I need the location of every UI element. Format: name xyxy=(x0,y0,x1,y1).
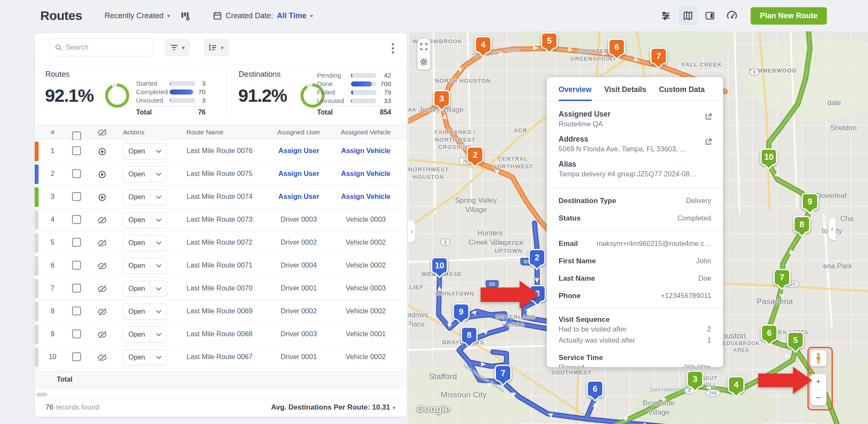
open-dropdown-toggle[interactable] xyxy=(150,218,167,222)
section-title: Service Time xyxy=(559,352,711,363)
plan-new-route-button[interactable]: Plan New Route xyxy=(751,7,827,25)
tune-view-button[interactable] xyxy=(657,6,675,25)
side-panel-button[interactable] xyxy=(701,6,719,25)
column-number[interactable]: # xyxy=(47,128,58,136)
more-options-button[interactable] xyxy=(387,42,399,56)
open-route-button[interactable]: Open xyxy=(123,235,167,251)
open-dropdown-toggle[interactable] xyxy=(150,150,167,153)
row-checkbox[interactable] xyxy=(72,146,81,155)
row-visibility-toggle[interactable] xyxy=(97,170,107,180)
open-route-button[interactable]: Open xyxy=(123,143,167,159)
open-dropdown-toggle[interactable] xyxy=(150,310,167,314)
route-stop-marker-green-8[interactable]: 8 xyxy=(793,216,810,233)
route-stop-marker-orange-4[interactable]: 4 xyxy=(475,36,492,53)
open-dropdown-toggle[interactable] xyxy=(150,333,167,337)
sort-order-button[interactable]: ▾ xyxy=(204,39,229,56)
row-checkbox[interactable] xyxy=(72,169,81,178)
route-stop-marker-green-6[interactable]: 6 xyxy=(761,324,778,341)
route-stop-marker-blue-7[interactable]: 7 xyxy=(495,365,512,382)
row-visibility-toggle[interactable] xyxy=(97,331,107,340)
row-checkbox[interactable] xyxy=(72,352,81,361)
open-dropdown-toggle[interactable] xyxy=(150,287,167,291)
route-stop-marker-green-4[interactable]: 4 xyxy=(728,376,745,393)
route-stop-marker-blue-2[interactable]: 2 xyxy=(529,249,545,266)
records-found: 76 records found xyxy=(45,403,100,412)
select-all-checkbox[interactable] xyxy=(72,131,81,140)
zoom-out-button[interactable]: − xyxy=(810,390,826,406)
route-stop-marker-orange-3[interactable]: 3 xyxy=(433,90,450,107)
hide-all-eye-icon[interactable] xyxy=(97,128,107,138)
route-stop-marker-orange-5[interactable]: 5 xyxy=(541,32,558,49)
row-visibility-toggle[interactable] xyxy=(97,193,107,203)
tab-visit-details[interactable]: Visit Details xyxy=(604,85,646,101)
open-dropdown-toggle[interactable] xyxy=(150,356,167,360)
map-place-label: EDGEBROOKAREA xyxy=(723,340,760,354)
open-dropdown-toggle[interactable] xyxy=(150,195,167,199)
zoom-in-button[interactable]: + xyxy=(810,374,826,390)
route-stop-marker-green-7[interactable]: 7 xyxy=(773,269,790,286)
route-stop-marker-green-10[interactable]: 10 xyxy=(760,148,777,165)
horizontal-scrollbar[interactable] xyxy=(36,393,47,396)
open-route-button[interactable]: Open xyxy=(123,281,167,297)
row-visibility-toggle[interactable] xyxy=(97,216,107,226)
filter-button[interactable]: ▾ xyxy=(165,39,190,56)
assign-vehicle-link[interactable]: Assign Vehicle xyxy=(326,147,405,155)
route-stop-marker-orange-6[interactable]: 6 xyxy=(608,39,625,56)
row-visibility-toggle[interactable] xyxy=(97,148,107,157)
columns-settings-button[interactable] xyxy=(180,11,191,21)
assign-vehicle-link[interactable]: Assign Vehicle xyxy=(326,192,405,201)
row-visibility-toggle[interactable] xyxy=(97,354,107,363)
column-actions[interactable]: Actions xyxy=(123,128,167,136)
row-checkbox[interactable] xyxy=(72,329,81,338)
route-stop-marker-orange-2[interactable]: 2 xyxy=(467,146,484,163)
search-input[interactable] xyxy=(66,43,148,52)
open-route-button[interactable]: Open xyxy=(123,258,167,274)
row-checkbox[interactable] xyxy=(72,192,81,201)
map-canvas[interactable]: WILLOWBROOKGREATERGREENSPOINTFALL CREEKS… xyxy=(408,31,868,424)
column-assigned-vehicle[interactable]: Assigned Vehicle xyxy=(326,128,405,136)
fullscreen-button[interactable] xyxy=(420,43,428,50)
avg-destinations-dropdown[interactable]: Avg. Destinations Per Route: 10.31▾ xyxy=(271,403,395,412)
route-stop-marker-green-5[interactable]: 5 xyxy=(787,332,804,349)
row-visibility-toggle[interactable] xyxy=(97,239,107,249)
dashboard-speed-button[interactable] xyxy=(723,6,741,25)
route-stop-marker-green-9[interactable]: 9 xyxy=(801,193,818,210)
collapse-panel-handle-right[interactable]: ‹ xyxy=(829,218,836,240)
route-stop-marker-blue-8[interactable]: 8 xyxy=(461,326,478,343)
stat-row: Unrouted3 xyxy=(136,96,206,105)
tab-overview[interactable]: Overview xyxy=(559,85,592,101)
stat-row-label: Started xyxy=(136,80,170,87)
open-route-button[interactable]: Open xyxy=(123,349,167,365)
row-checkbox[interactable] xyxy=(72,307,81,315)
route-stop-marker-blue-10[interactable]: 10 xyxy=(431,257,448,274)
collapse-panel-handle-left[interactable]: ‹ xyxy=(408,220,415,243)
external-link-icon[interactable] xyxy=(705,113,712,122)
map-settings-button[interactable] xyxy=(420,58,428,66)
row-checkbox[interactable] xyxy=(72,261,81,270)
row-checkbox[interactable] xyxy=(72,215,81,224)
sort-dropdown[interactable]: Recently Created ▾ xyxy=(105,11,170,20)
map-view-button[interactable] xyxy=(679,6,697,25)
row-visibility-toggle[interactable] xyxy=(97,262,107,272)
route-stop-marker-orange-7[interactable]: 7 xyxy=(650,47,667,64)
route-stop-marker-blue-9[interactable]: 9 xyxy=(453,303,470,320)
row-visibility-toggle[interactable] xyxy=(97,308,107,318)
row-visibility-toggle[interactable] xyxy=(97,285,107,295)
open-route-button[interactable]: Open xyxy=(123,189,167,205)
open-route-button[interactable]: Open xyxy=(123,166,167,182)
route-stop-marker-green-3[interactable]: 3 xyxy=(687,371,704,388)
open-route-button[interactable]: Open xyxy=(123,304,167,320)
open-dropdown-toggle[interactable] xyxy=(150,241,167,245)
row-checkbox[interactable] xyxy=(72,284,81,293)
created-date-filter[interactable]: Created Date: All Time ▾ xyxy=(213,11,313,20)
row-checkbox[interactable] xyxy=(72,238,81,247)
open-route-button[interactable]: Open xyxy=(123,326,167,343)
external-link-icon[interactable] xyxy=(705,138,712,147)
tab-custom-data[interactable]: Custom Data xyxy=(659,85,705,101)
open-route-button[interactable]: Open xyxy=(123,212,167,228)
open-dropdown-toggle[interactable] xyxy=(150,173,167,176)
route-stop-marker-blue-6[interactable]: 6 xyxy=(587,380,604,397)
street-view-pegman-button[interactable] xyxy=(810,350,826,366)
open-dropdown-toggle[interactable] xyxy=(150,264,167,268)
assign-vehicle-link[interactable]: Assign Vehicle xyxy=(326,170,405,178)
